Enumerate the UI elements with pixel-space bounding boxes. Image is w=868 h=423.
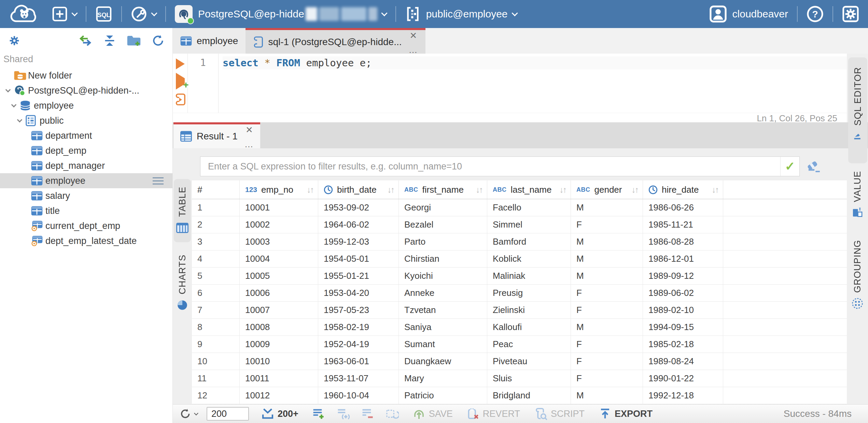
data-cell[interactable]: 1986-08-28	[643, 233, 723, 250]
data-cell[interactable]: M	[571, 268, 643, 284]
navigator-settings-icon[interactable]	[8, 34, 21, 47]
row-menu-icon[interactable]	[153, 177, 164, 185]
sort-icon[interactable]: ↓↑	[476, 185, 484, 195]
table-row[interactable]: 3100031959-12-03PartoBamfordM1986-08-28	[192, 233, 847, 250]
tree-item-department[interactable]: department	[0, 128, 172, 143]
row-number-cell[interactable]: 5	[192, 268, 240, 284]
data-cell[interactable]: 1954-05-01	[318, 250, 399, 267]
execute-script-icon[interactable]	[174, 93, 186, 107]
data-cell[interactable]: Koblick	[487, 250, 571, 267]
tab-result-1[interactable]: Result - 1 ✕ …	[173, 122, 260, 148]
tree-item-employee[interactable]: employee	[0, 98, 172, 113]
tree-item-dept-emp-latest-date[interactable]: dept_emp_latest_date	[0, 233, 172, 248]
tab-charts-view[interactable]: CHARTS	[174, 247, 191, 320]
column-header-rownum[interactable]: #	[192, 180, 240, 199]
data-cell[interactable]: Kyoichi	[399, 268, 487, 284]
table-row[interactable]: 4100041954-05-01ChirstianKoblickM1986-12…	[192, 250, 847, 268]
execute-query-icon[interactable]	[176, 58, 185, 69]
data-cell[interactable]: Kalloufi	[487, 319, 571, 336]
data-cell[interactable]: M	[571, 233, 643, 250]
new-sql-editor-button[interactable]: SQL	[95, 5, 112, 23]
data-cell[interactable]: 10012	[240, 387, 318, 404]
table-row[interactable]: 2100021964-06-02BezalelSimmelF1985-11-21	[192, 216, 847, 233]
column-header-birth_date[interactable]: birth_date↓↑	[318, 180, 399, 199]
data-cell[interactable]: Facello	[487, 199, 571, 216]
data-cell[interactable]: Bamford	[487, 233, 571, 250]
data-cell[interactable]: F	[571, 302, 643, 318]
row-number-cell[interactable]: 8	[192, 319, 240, 336]
column-header-emp_no[interactable]: 123emp_no↓↑	[240, 180, 318, 199]
table-row[interactable]: 12100121960-10-04PatricioBridglandM1992-…	[192, 387, 847, 404]
data-cell[interactable]: 10005	[240, 268, 318, 284]
data-cell[interactable]: 1994-09-15	[643, 319, 723, 336]
data-cell[interactable]: 1953-11-07	[318, 370, 399, 387]
execute-query-new-tab-icon[interactable]: +	[176, 78, 185, 84]
tab-menu-icon[interactable]: …	[408, 47, 418, 52]
data-cell[interactable]: Saniya	[399, 319, 487, 336]
tree-item-employee[interactable]: employee	[0, 173, 172, 188]
tab-table-view[interactable]: TABLE	[174, 179, 191, 242]
data-cell[interactable]: 1986-12-01	[643, 250, 723, 267]
data-cell[interactable]: F	[571, 353, 643, 370]
column-header-last_name[interactable]: ABClast_name↓↑	[487, 180, 571, 199]
data-cell[interactable]: Chirstian	[399, 250, 487, 267]
sort-icon[interactable]: ↓↑	[712, 185, 719, 195]
driver-tools-button[interactable]	[131, 6, 156, 22]
row-number-cell[interactable]: 7	[192, 302, 240, 318]
cloudbeaver-logo-icon[interactable]	[9, 3, 40, 25]
data-cell[interactable]: M	[571, 387, 643, 404]
data-cell[interactable]: 10006	[240, 285, 318, 301]
data-cell[interactable]: Simmel	[487, 216, 571, 233]
data-cell[interactable]: 1958-02-19	[318, 319, 399, 336]
delete-row-button[interactable]	[361, 408, 374, 420]
tree-item-dept-manager[interactable]: dept_manager	[0, 158, 172, 173]
row-number-cell[interactable]: 4	[192, 250, 240, 267]
data-cell[interactable]: Anneke	[399, 285, 487, 301]
data-cell[interactable]: 10001	[240, 199, 318, 216]
tab-employee[interactable]: employee	[173, 28, 246, 54]
data-cell[interactable]: 1992-12-18	[643, 387, 723, 404]
settings-button[interactable]	[842, 5, 859, 23]
tree-item-salary[interactable]: salary	[0, 188, 172, 203]
row-limit-input[interactable]	[207, 407, 249, 421]
link-with-editor-icon[interactable]	[78, 34, 93, 47]
row-number-cell[interactable]: 1	[192, 199, 240, 216]
refresh-tree-icon[interactable]	[151, 34, 165, 47]
row-number-cell[interactable]: 12	[192, 387, 240, 404]
tree-item-new-folder[interactable]: New folder	[0, 68, 172, 83]
close-tab-icon[interactable]: ✕	[410, 32, 417, 39]
schema-selector[interactable]: public@employee	[405, 6, 517, 22]
export-button[interactable]: EXPORT	[599, 408, 653, 420]
sql-editor-side-tab[interactable]: SQL EDITOR	[848, 57, 867, 163]
refresh-result-button[interactable]	[179, 408, 198, 420]
data-cell[interactable]: Mary	[399, 370, 487, 387]
connection-selector[interactable]: PostgreSQL@ep-hidde	[175, 5, 387, 23]
table-row[interactable]: 7100071957-05-23TzvetanZielinskiF1989-02…	[192, 302, 847, 319]
sort-icon[interactable]: ↓↑	[631, 185, 639, 195]
revert-button[interactable]: REVERT	[467, 408, 520, 420]
script-button[interactable]: SCRIPT	[534, 407, 585, 420]
data-cell[interactable]: 1986-06-26	[643, 199, 723, 216]
data-cell[interactable]: 1953-04-20	[318, 285, 399, 301]
data-cell[interactable]: M	[571, 199, 643, 216]
data-cell[interactable]: 10002	[240, 216, 318, 233]
row-number-cell[interactable]: 9	[192, 336, 240, 353]
apply-filter-button[interactable]: ✓	[780, 157, 799, 176]
collapse-all-icon[interactable]	[103, 35, 116, 46]
tree-item-current-dept-emp[interactable]: current_dept_emp	[0, 218, 172, 233]
sort-icon[interactable]: ↓↑	[559, 185, 567, 195]
tab-value-panel[interactable]: VALUE	[847, 171, 868, 219]
data-cell[interactable]: 10008	[240, 319, 318, 336]
data-cell[interactable]: 1952-04-19	[318, 336, 399, 353]
data-cell[interactable]: Patricio	[399, 387, 487, 404]
data-cell[interactable]: 1964-06-02	[318, 216, 399, 233]
data-cell[interactable]: F	[571, 336, 643, 353]
data-cell[interactable]: F	[571, 285, 643, 301]
data-cell[interactable]: Tzvetan	[399, 302, 487, 318]
save-button[interactable]: SAVE	[412, 408, 453, 420]
data-cell[interactable]: Sumant	[399, 336, 487, 353]
data-cell[interactable]: 10009	[240, 336, 318, 353]
data-cell[interactable]: 1957-05-23	[318, 302, 399, 318]
data-cell[interactable]: 1990-01-22	[643, 370, 723, 387]
data-cell[interactable]: 1985-11-21	[643, 216, 723, 233]
